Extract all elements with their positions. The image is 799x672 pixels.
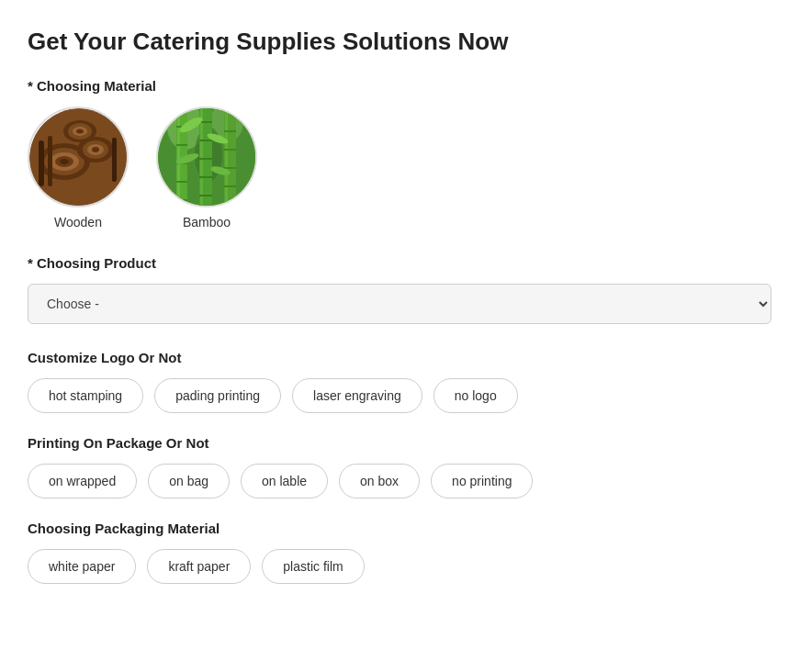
product-section: * Choosing Product Choose - [28,255,771,324]
packaging-material-kraft-paper[interactable]: kraft paper [147,549,251,584]
svg-rect-25 [177,108,180,207]
material-wooden-label: Wooden [54,215,102,230]
svg-rect-16 [112,138,117,182]
logo-option-no-logo[interactable]: no logo [433,378,518,413]
svg-point-13 [76,129,84,134]
logo-option-hot-stamping[interactable]: hot stamping [28,378,143,413]
material-wooden-image [28,106,129,207]
packaging-label: Printing On Package Or Not [28,435,771,451]
svg-rect-39 [225,108,228,207]
material-bamboo-label: Bamboo [183,215,231,230]
packaging-option-on-box[interactable]: on box [339,464,420,498]
packaging-options-row: on wrapped on bag on lable on box no pri… [28,464,771,498]
packaging-option-on-wrapped[interactable]: on wrapped [28,464,137,498]
product-label: * Choosing Product [28,255,771,271]
svg-rect-14 [39,140,44,186]
material-item-bamboo[interactable]: Bamboo [156,106,257,230]
svg-point-5 [60,159,69,164]
packaging-material-options-row: white paper kraft paper plastic film [28,549,771,584]
packaging-material-plastic-film[interactable]: plastic film [262,549,364,584]
packaging-option-on-bag[interactable]: on bag [148,464,230,498]
packaging-material-section: Choosing Packaging Material white paper … [28,521,771,584]
logo-options-row: hot stamping pading printing laser engra… [28,378,771,413]
svg-rect-15 [48,136,52,186]
packaging-section: Printing On Package Or Not on wrapped on… [28,435,771,498]
packaging-material-white-paper[interactable]: white paper [28,549,136,584]
material-label: * Choosing Material [28,78,771,94]
logo-option-pading-printing[interactable]: pading printing [154,378,281,413]
material-section: * Choosing Material [28,78,771,230]
packaging-option-on-lable[interactable]: on lable [241,464,328,498]
logo-label: Customize Logo Or Not [28,350,771,365]
material-bamboo-image [156,106,257,207]
packaging-option-no-printing[interactable]: no printing [431,464,533,498]
product-select[interactable]: Choose - [28,284,771,324]
logo-option-laser-engraving[interactable]: laser engraving [292,378,422,413]
material-options: Wooden [28,106,771,230]
packaging-material-label: Choosing Packaging Material [28,521,771,536]
page-title: Get Your Catering Supplies Solutions Now [28,28,771,56]
material-item-wooden[interactable]: Wooden [28,106,129,230]
logo-section: Customize Logo Or Not hot stamping padin… [28,350,771,413]
svg-point-9 [92,147,99,152]
